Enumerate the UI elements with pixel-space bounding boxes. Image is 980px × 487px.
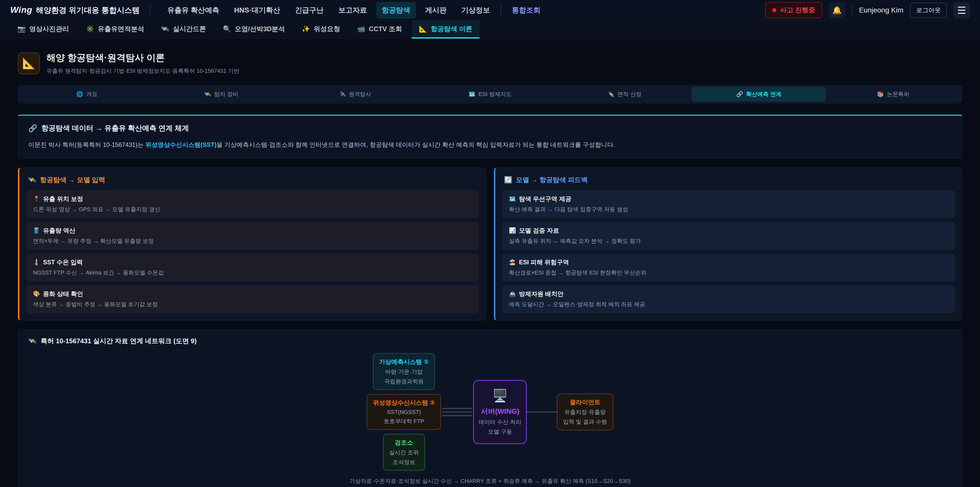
ship-icon: 🚢: [509, 291, 516, 297]
triangle-ruler-icon: 📐: [22, 57, 35, 69]
tab-prediction-linkage[interactable]: 🔗 확산예측 연계: [692, 87, 826, 102]
tab-label: 논문특허: [887, 90, 909, 98]
subnav-label: CCTV 조회: [369, 24, 402, 34]
node-satellite-receiver: 위성영상수신시스템 ② SST(NGSST) 토호쿠대학 FTP: [367, 394, 441, 430]
nav-item-board[interactable]: 게시판: [420, 2, 452, 19]
item-desc: 색상 분류 → 증발비 추정 → 풍화모델 초기값 보정: [33, 300, 473, 308]
item-desc: 확산 예측 결과 → 다음 탐색 집중구역 자동 생성: [509, 206, 948, 213]
subnav-item-photo-management[interactable]: 📷 영상사진관리: [10, 21, 76, 38]
tab-detection-equipment[interactable]: 🛰️ 탐지 장비: [154, 87, 289, 102]
card-header: 🔄 모델 → 항공탐색 피드백: [504, 176, 955, 184]
tab-overview[interactable]: 🌐 개요: [20, 87, 154, 102]
linkage-section-title: 🔗 항공탐색 데이터 → 유출유 확산예측 연계 체계: [28, 123, 952, 133]
card-title: 항공탐색 → 모델 입력: [40, 176, 105, 184]
card-model-to-search: 🔄 모델 → 항공탐색 피드백 🗺️탐색 우선구역 제공 확산 예측 결과 → …: [494, 168, 962, 321]
subnav-label: 항공탐색 이론: [431, 24, 473, 34]
books-icon: 📚: [877, 91, 884, 97]
satellite-icon: 🛰️: [28, 337, 37, 345]
network-panel-title: 🛰️ 특허 10-1567431 실시간 자료 연계 네트워크 (도면 9): [28, 337, 952, 345]
linkage-section: 🔗 항공탐색 데이터 → 유출유 확산예측 연계 체계 이문진 박사 특허(등록…: [18, 115, 962, 159]
item-desc: 실측 유출유 위치 ↔ 예측값 오차 분석 → 정확도 평가: [509, 237, 948, 245]
refresh-icon: 🔄: [504, 176, 512, 184]
node-line: 바람·기온·기압: [379, 368, 429, 376]
satellite-icon: 🛰️: [28, 176, 36, 184]
satellite-icon: 🛰️: [204, 91, 211, 97]
tab-label: 탐지 장비: [215, 90, 239, 98]
node-line: 국립환경과학원: [379, 378, 429, 385]
magnifier-icon: 🔍: [223, 25, 231, 33]
triangle-ruler-icon: 📐: [419, 25, 427, 33]
page-subtitle: 유출유 원격탐지·항공감시 기법·ESI 방제정보지도·등록특허 10-1567…: [46, 67, 239, 75]
tab-area-calculation[interactable]: ✒️ 면적 산정: [557, 87, 692, 102]
diagram-source-column: 기상예측시스템 ① 바람·기온·기압 국립환경과학원 위성영상수신시스템 ② S…: [367, 353, 441, 471]
node-title: 위성영상수신시스템 ②: [373, 399, 435, 407]
subnav-item-satellite-request[interactable]: ✨ 위성요청: [294, 21, 347, 38]
subnav-item-pollution-3d[interactable]: 🔍 오염/선박3D분석: [216, 21, 292, 38]
node-weather-system: 기상예측시스템 ① 바람·기온·기압 국립환경과학원: [373, 353, 435, 390]
main-menu: 유출유 확산예측 HNS·대기확산 긴급구난 보고자료 항공탐색 게시판 기상정…: [162, 2, 546, 19]
subnav-item-oil-area-analysis[interactable]: ✳️ 유출유면적분석: [79, 21, 151, 38]
video-camera-icon: 📹: [357, 25, 365, 33]
subnav-label: 오염/선박3D분석: [235, 24, 285, 34]
camera-icon: 📷: [18, 25, 25, 33]
card-item-model-validation: 📊모델 검증 자료 실측 유출유 위치 ↔ 예측값 오차 분석 → 정확도 평가: [503, 222, 955, 250]
card-item-esi-risk-zone: 🏖️ESI 피해 위험구역 확산경로×ESI 중첩 → 항공탐색 ESI 현장확…: [503, 254, 955, 281]
theory-tabstrip: 🌐 개요 🛰️ 탐지 장비 🛰 원격탐사 🗺️ ESI 방제지도 ✒️ 면적 산…: [18, 85, 962, 104]
subnav-item-cctv[interactable]: 📹 CCTV 조회: [350, 21, 409, 38]
nav-item-integrated-search[interactable]: 통합조회: [506, 2, 546, 19]
tab-label: 개요: [86, 90, 97, 98]
map-icon: 🗺️: [509, 196, 516, 202]
desc-text: 을 기상예측시스템·검조소와 함께 인터넷으로 연결하여, 항공탐색 데이터가 …: [216, 141, 615, 148]
item-title: 모델 검증 자료: [519, 227, 559, 235]
nav-item-spill-prediction[interactable]: 유출유 확산예측: [162, 2, 225, 19]
node-line: 모델 구동: [478, 428, 522, 436]
app-logo[interactable]: Wing 해양환경 위기대응 통합시스템: [10, 5, 140, 16]
main-content: 📐 해양 항공탐색·원격탐사 이론 유출유 원격탐지·항공감시 기법·ESI 방…: [0, 39, 980, 487]
tab-remote-sensing[interactable]: 🛰 원격탐사: [288, 87, 423, 102]
oil-drum-icon: 🛢️: [33, 227, 40, 234]
card-search-to-model: 🛰️ 항공탐색 → 모델 입력 📍유출 위치 보정 드론·위성 영상 → GPS…: [18, 168, 486, 321]
logout-button[interactable]: 로그아웃: [910, 3, 947, 18]
sst-system-link[interactable]: 위성영상수신시스템(SST): [145, 141, 217, 148]
card-item-volume-inversion: 🛢️유출량 역산 면적×두께 → 유량 추정 → 확산모델 유출량 보정: [27, 222, 479, 250]
item-title: ESI 피해 위험구역: [519, 258, 569, 267]
card-title: 모델 → 항공탐색 피드백: [516, 176, 588, 184]
link-icon: 🔗: [28, 124, 37, 133]
sub-navbar: 📷 영상사진관리 ✳️ 유출유면적분석 🛰️ 실시간드론 🔍 오염/선박3D분석…: [0, 21, 980, 39]
sparkle-star-icon: ✨: [302, 25, 310, 33]
node-line: 조석정보: [389, 458, 419, 466]
nav-item-aerial-search[interactable]: 항공탐색: [376, 2, 416, 19]
subnav-item-realtime-drone[interactable]: 🛰️ 실시간드론: [154, 21, 213, 38]
card-item-location-correction: 📍유출 위치 보정 드론·위성 영상 → GPS 좌표 → 모델 유출지점 갱신: [27, 190, 479, 218]
satellite-mono-icon: 🛰: [340, 91, 345, 97]
nav-item-rescue[interactable]: 긴급구난: [290, 2, 329, 19]
tab-papers-patents[interactable]: 📚 논문특허: [826, 87, 960, 102]
node-line: 데이터 수신·처리: [478, 418, 522, 426]
subnav-item-aerial-theory[interactable]: 📐 항공탐색 이론: [412, 21, 479, 38]
globe-icon: 🌐: [76, 91, 83, 97]
desc-text: 이문진 박사 특허(등록특허 10-1567431)는: [28, 141, 145, 148]
network-title-text: 특허 10-1567431 실시간 자료 연계 네트워크 (도면 9): [41, 337, 197, 345]
tab-esi-map[interactable]: 🗺️ ESI 방제지도: [423, 87, 557, 102]
nav-item-reports[interactable]: 보고자료: [333, 2, 372, 19]
nav-item-weather[interactable]: 기상정보: [456, 2, 496, 19]
item-title: 유출량 역산: [43, 227, 75, 235]
tab-label: 원격탐사: [348, 90, 371, 98]
card-item-weathering-state: 🎨풍화 상태 확인 색상 분류 → 증발비 추정 → 풍화모델 초기값 보정: [27, 286, 479, 313]
top-navbar: Wing 해양환경 위기대응 통합시스템 유출유 확산예측 HNS·대기확산 긴…: [0, 0, 980, 21]
alert-dot-icon: [772, 8, 776, 12]
notifications-button[interactable]: 🔔: [829, 2, 845, 18]
link-icon: 🔗: [736, 91, 743, 97]
subnav-label: 위성요청: [313, 24, 340, 34]
triple-link-connector: [442, 408, 472, 416]
node-client: 클라이언트 유출지점·유출량 입력 및 결과 수령: [557, 394, 613, 430]
nav-item-hns[interactable]: HNS·대기확산: [228, 2, 286, 19]
item-desc: 예측 도달시간 → 오일펜스·방제정 최적 배치 좌표 제공: [509, 300, 948, 308]
item-desc: 드론·위성 영상 → GPS 좌표 → 모델 유출지점 갱신: [33, 206, 473, 213]
node-tide-station: 검조소 실시간 조위 조석정보: [383, 434, 425, 471]
node-title: 클라이언트: [563, 398, 607, 406]
item-title: SST 수온 입력: [43, 258, 83, 267]
bell-icon: 🔔: [832, 6, 842, 14]
hamburger-menu-button[interactable]: [953, 2, 970, 18]
tab-label: ESI 방제지도: [479, 90, 512, 98]
